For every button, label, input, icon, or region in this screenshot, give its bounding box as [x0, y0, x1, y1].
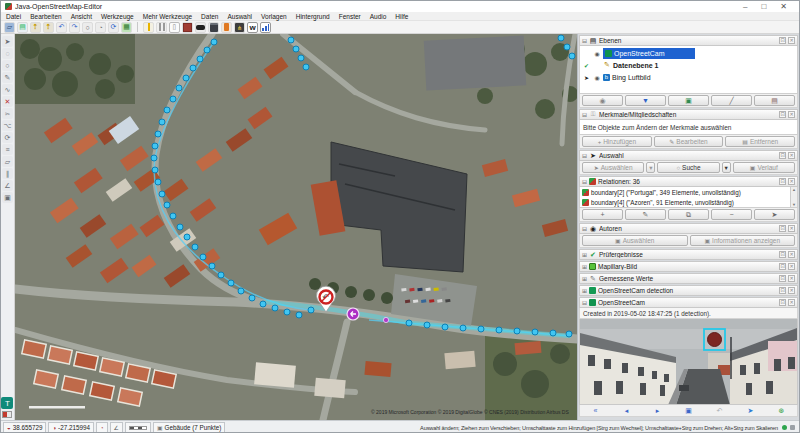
relation-row[interactable]: boundary[4] ("Azoren", 91 Elemente, unvo…: [580, 197, 797, 207]
photo-dot[interactable]: [272, 305, 278, 311]
layer-row-bing[interactable]: ➤ ◉ Bing Luftbild: [580, 71, 797, 83]
author-button[interactable]: ▣Auswählen: [582, 235, 688, 246]
undo-icon[interactable]: [56, 22, 67, 33]
maximize-button[interactable]: □: [761, 3, 766, 11]
photo-dot[interactable]: [184, 234, 190, 240]
bus-icon[interactable]: [208, 22, 219, 33]
photo-dot[interactable]: [228, 280, 234, 286]
close-icon[interactable]: ✕: [788, 263, 795, 270]
close-icon[interactable]: ✕: [788, 225, 795, 232]
menu-item[interactable]: Werkzeuge: [101, 13, 134, 20]
stick-icon[interactable]: ⊡: [779, 152, 786, 159]
expand-icon[interactable]: ⊞: [582, 287, 587, 294]
tag-button[interactable]: ▤Entfernen: [725, 136, 795, 147]
door-icon[interactable]: [221, 22, 232, 33]
delete-icon[interactable]: [2, 96, 13, 107]
imagery-icon[interactable]: [121, 22, 132, 33]
photo-dot[interactable]: [288, 37, 294, 43]
expand-icon[interactable]: ⊞: [582, 275, 587, 282]
center-map-icon[interactable]: [740, 406, 762, 416]
relations-panel-header[interactable]: ⊟ Relationen: 36 ⊡ ✕: [579, 176, 798, 187]
stick-icon[interactable]: ⊡: [779, 178, 786, 185]
photo-dot[interactable]: [303, 64, 309, 70]
photo-dot[interactable]: [200, 254, 206, 260]
expand-icon[interactable]: ⊞: [582, 263, 587, 270]
tag-button[interactable]: ✎Bearbeiten: [654, 136, 724, 147]
photo-dot[interactable]: [190, 65, 196, 71]
photo-dot[interactable]: [218, 272, 224, 278]
layer-row-openstreetcam[interactable]: ◉ OpenStreetCam: [580, 47, 797, 59]
menu-item[interactable]: Auswahl: [227, 13, 252, 20]
upload-icon[interactable]: [43, 22, 54, 33]
collapsed-panel-header[interactable]: ⊞ Gemessene Werte ⊡ ✕: [579, 273, 798, 284]
menu-item[interactable]: Hintergrund: [296, 13, 330, 20]
photo-dot[interactable]: [478, 326, 484, 332]
collapse-icon[interactable]: ⊟: [582, 299, 587, 306]
photo-dot[interactable]: [293, 46, 299, 52]
photo-dot[interactable]: [197, 56, 203, 62]
wikipedia-icon[interactable]: [247, 22, 258, 33]
photo-dot[interactable]: [406, 320, 412, 326]
parallel-icon[interactable]: [2, 168, 13, 179]
draw-icon[interactable]: [2, 72, 13, 83]
measure-icon[interactable]: [2, 180, 13, 191]
open-icon[interactable]: [4, 22, 15, 33]
photo-dot[interactable]: [550, 330, 556, 336]
merge-layer-icon[interactable]: [668, 95, 709, 106]
photo-dot[interactable]: [170, 213, 176, 219]
photo-dot[interactable]: [192, 244, 198, 250]
save-icon[interactable]: [17, 22, 28, 33]
close-icon[interactable]: ✕: [788, 275, 795, 282]
photo-dot[interactable]: [460, 325, 466, 331]
close-icon[interactable]: ✕: [788, 178, 795, 185]
rotate-photo-icon[interactable]: [709, 406, 731, 416]
wall-icon[interactable]: [182, 22, 193, 33]
duplicate-relation-icon[interactable]: [668, 209, 709, 220]
menu-item[interactable]: Vorlagen: [261, 13, 287, 20]
close-icon[interactable]: ✕: [788, 251, 795, 258]
extrude-icon[interactable]: [2, 156, 13, 167]
menu-item[interactable]: Bearbeiten: [30, 13, 61, 20]
close-icon[interactable]: ✕: [788, 111, 795, 118]
stick-icon[interactable]: ⊡: [779, 111, 786, 118]
layer-opacity-icon[interactable]: [711, 95, 752, 106]
photo-dot[interactable]: [496, 327, 502, 333]
layers-panel-header[interactable]: ⊟ ▤ Ebenen ⊡ ✕: [579, 35, 798, 46]
photo-dot[interactable]: [308, 307, 314, 313]
menu-item[interactable]: Audio: [370, 13, 387, 20]
select-relation-icon[interactable]: [754, 209, 795, 220]
photo-dot[interactable]: [164, 202, 170, 208]
zoom-icon[interactable]: [2, 60, 13, 71]
stick-icon[interactable]: ⊡: [779, 275, 786, 282]
close-button[interactable]: ✕: [780, 3, 787, 11]
split-icon[interactable]: [2, 108, 13, 119]
add-relation-icon[interactable]: [582, 209, 623, 220]
collapsed-panel-header[interactable]: ⊞ OpenStreetCam detection ⊡ ✕: [579, 285, 798, 296]
menu-item[interactable]: Datei: [6, 13, 21, 20]
menu-item[interactable]: Daten: [201, 13, 218, 20]
photo-dot[interactable]: [284, 309, 290, 315]
relation-row[interactable]: boundary[2] ("Portugal", 349 Elemente, u…: [580, 187, 797, 197]
close-icon[interactable]: ✕: [788, 37, 795, 44]
street-photo[interactable]: [579, 319, 798, 405]
barrier-icon[interactable]: [156, 22, 167, 33]
authors-panel-header[interactable]: ⊟ ◉ Autoren ⊡ ✕: [579, 223, 798, 234]
improve-way-icon[interactable]: [2, 84, 13, 95]
open-web-icon[interactable]: [771, 406, 793, 416]
photo-dot[interactable]: [566, 331, 572, 337]
car-icon[interactable]: [195, 22, 206, 33]
collapsed-panel-header[interactable]: ⊞ Mapillary-Bild ⊡ ✕: [579, 261, 798, 272]
photo-dot[interactable]: [164, 107, 170, 113]
photo-dot[interactable]: [151, 155, 157, 161]
photo-dot[interactable]: [176, 85, 182, 91]
openstreetcam-panel-header[interactable]: ⊟ OpenStreetCam ⊡ ✕: [579, 297, 798, 308]
delete-relation-icon[interactable]: [711, 209, 752, 220]
author-button[interactable]: ▣Informationen anzeigen: [690, 235, 796, 246]
collapse-icon[interactable]: ⊟: [582, 37, 587, 44]
photo-dot[interactable]: [514, 328, 520, 334]
expand-icon[interactable]: ⊞: [582, 251, 587, 258]
history-icon[interactable]: [95, 22, 106, 33]
photo-dot[interactable]: [296, 312, 302, 318]
map-canvas[interactable]: ↶ © 2019 Microsoft Corporation © 2019 Di…: [15, 34, 577, 420]
photo-dot[interactable]: [177, 224, 183, 230]
